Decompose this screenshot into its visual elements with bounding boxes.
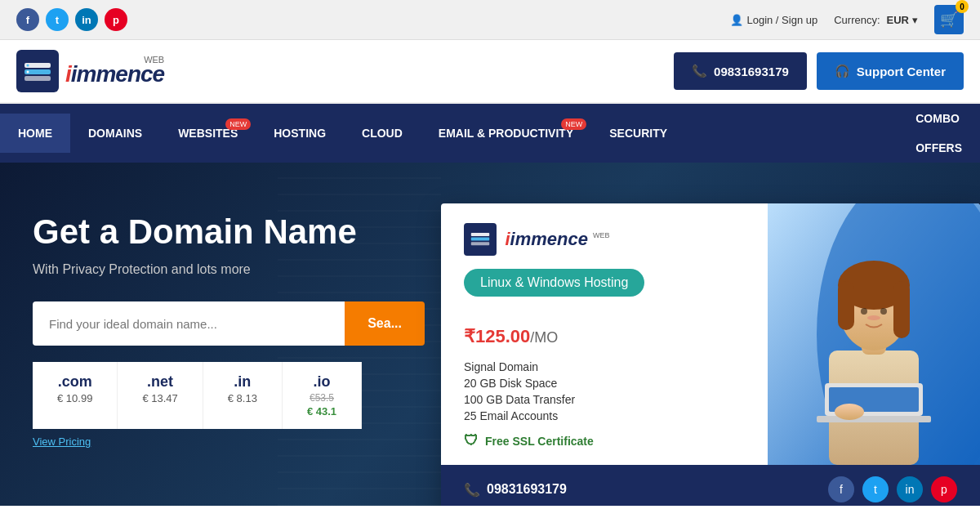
domain-in[interactable]: .in € 8.13 <box>203 362 283 429</box>
feature-1: Signal Domain <box>464 360 745 373</box>
svg-rect-15 <box>893 281 910 338</box>
phone-button[interactable]: 📞 09831693179 <box>674 52 807 90</box>
top-right: 👤 Login / Sign up Currency: EUR ▾ 🛒 0 <box>730 5 964 34</box>
nav-item-home[interactable]: HOME <box>0 114 70 153</box>
promo-image <box>768 203 980 465</box>
twitter-icon[interactable]: t <box>46 8 69 31</box>
linkedin-icon[interactable]: in <box>75 8 98 31</box>
websites-badge: New <box>225 118 251 130</box>
hero-content: Get a Domain Name With Privacy Protectio… <box>0 163 425 346</box>
hero-section: Get a Domain Name With Privacy Protectio… <box>0 163 980 506</box>
user-icon: 👤 <box>730 14 743 26</box>
svg-point-3 <box>27 65 29 67</box>
promo-logo-icon <box>464 223 497 256</box>
promo-card-inner: iimmence WEB Linux & Windows Hosting ₹12… <box>441 203 980 465</box>
headset-icon: 🎧 <box>835 64 850 78</box>
promo-features: Signal Domain 20 GB Disk Space 100 GB Da… <box>464 360 745 422</box>
hero-title: Get a Domain Name <box>33 212 392 252</box>
promo-price: ₹125.00/MO <box>464 310 745 351</box>
phone-circle-icon: 📞 <box>464 482 480 498</box>
feature-2: 20 GB Disk Space <box>464 377 745 390</box>
domain-net[interactable]: .net € 13.47 <box>118 362 203 429</box>
login-link[interactable]: 👤 Login / Sign up <box>730 14 817 26</box>
nav-item-offers[interactable]: OFFERS <box>898 133 980 163</box>
promo-socials: f t in p <box>828 476 957 502</box>
woman-illustration <box>768 203 980 465</box>
feature-3: 100 GB Data Transfer <box>464 393 745 406</box>
svg-rect-14 <box>838 281 854 330</box>
ssl-badge: 🛡 Free SSL Certificate <box>464 432 745 449</box>
search-button[interactable]: Sea... <box>345 301 425 346</box>
svg-rect-19 <box>817 416 931 422</box>
logo-text-container: WEB iimmence <box>65 55 164 87</box>
shield-icon: 🛡 <box>464 432 479 449</box>
hosting-badge: Linux & Windows Hosting <box>464 269 644 297</box>
promo-facebook-icon[interactable]: f <box>828 476 854 502</box>
svg-point-17 <box>880 308 887 315</box>
svg-point-22 <box>835 404 864 420</box>
nav-item-combo[interactable]: COMBO <box>898 104 980 133</box>
svg-rect-2 <box>24 76 51 81</box>
support-button[interactable]: 🎧 Support Center <box>817 52 964 90</box>
header-right: 📞 09831693179 🎧 Support Center <box>674 52 964 90</box>
domain-io[interactable]: .io €53.5 € 43.1 <box>283 362 362 429</box>
nav-item-websites[interactable]: WEBSITES New <box>160 114 256 153</box>
svg-rect-5 <box>471 233 489 236</box>
promo-pinterest-icon[interactable]: p <box>931 476 957 502</box>
facebook-icon[interactable]: f <box>16 8 39 31</box>
svg-point-18 <box>867 315 880 320</box>
phone-icon: 📞 <box>692 64 707 78</box>
navigation: HOME DOMAINS WEBSITES New HOSTING CLOUD … <box>0 104 980 163</box>
top-bar: f t in p 👤 Login / Sign up Currency: EUR… <box>0 0 980 40</box>
hero-subtitle: With Privacy Protection and lots more <box>33 262 392 277</box>
promo-twitter-icon[interactable]: t <box>862 476 889 502</box>
promo-footer: 📞 09831693179 f t in p <box>441 465 980 506</box>
search-input[interactable] <box>33 301 345 346</box>
logo[interactable]: WEB iimmence <box>16 50 164 92</box>
nav-item-hosting[interactable]: HOSTING <box>256 114 344 153</box>
logo-icon <box>16 50 59 92</box>
svg-rect-7 <box>471 242 489 245</box>
promo-image-background <box>768 203 980 465</box>
pinterest-icon[interactable]: p <box>105 8 127 31</box>
email-badge: New <box>561 118 586 130</box>
domain-search-bar: Sea... <box>33 301 425 346</box>
domain-com[interactable]: .com € 10.99 <box>33 362 118 429</box>
social-icons: f t in p <box>16 8 127 31</box>
feature-4: 25 Email Accounts <box>464 409 745 422</box>
nav-item-domains[interactable]: DOMAINS <box>70 114 160 153</box>
promo-info: iimmence WEB Linux & Windows Hosting ₹12… <box>441 203 768 465</box>
promo-phone: 📞 09831693179 <box>464 482 567 498</box>
svg-rect-6 <box>471 238 489 241</box>
promo-logo: iimmence WEB <box>464 223 745 256</box>
logo-brand: iimmence <box>65 61 164 87</box>
nav-item-cloud[interactable]: CLOUD <box>344 114 421 153</box>
cart-count: 0 <box>956 0 969 13</box>
promo-card: iimmence WEB Linux & Windows Hosting ₹12… <box>441 203 980 506</box>
nav-right: COMBO OFFERS <box>898 104 980 163</box>
currency-selector[interactable]: Currency: EUR ▾ <box>834 14 918 26</box>
promo-linkedin-icon[interactable]: in <box>897 476 923 502</box>
chevron-down-icon: ▾ <box>912 14 918 26</box>
svg-point-4 <box>27 71 29 74</box>
nav-item-email[interactable]: EMAIL & PRODUCTIVITY New <box>421 114 591 153</box>
nav-item-security[interactable]: SECURITY <box>591 114 685 153</box>
svg-point-16 <box>861 308 867 315</box>
header: WEB iimmence 📞 09831693179 🎧 Support Cen… <box>0 40 980 104</box>
cart-button[interactable]: 🛒 0 <box>934 5 964 34</box>
